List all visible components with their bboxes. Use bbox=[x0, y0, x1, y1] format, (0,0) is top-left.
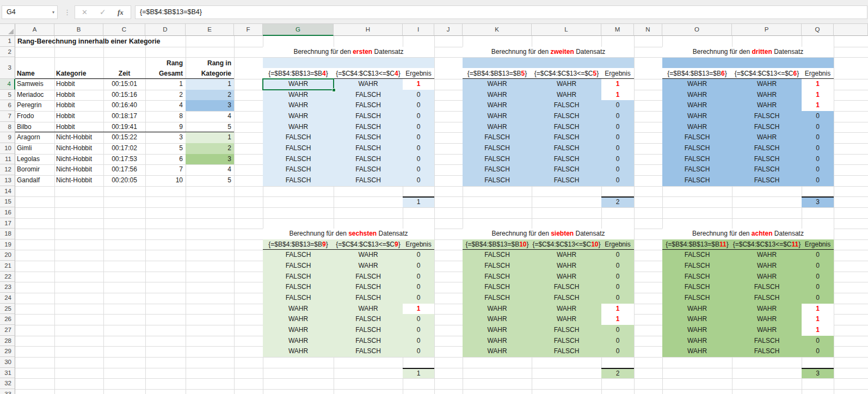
cell-I28[interactable]: 0 bbox=[403, 336, 434, 347]
row-header-14[interactable]: 14 bbox=[0, 186, 15, 197]
cell-I31[interactable]: 1 bbox=[403, 368, 434, 379]
cell-B12[interactable]: Nicht-Hobbit bbox=[54, 164, 103, 175]
row-header-9[interactable]: 9 bbox=[0, 132, 15, 143]
cell-C11[interactable]: 00:17:53 bbox=[103, 154, 145, 165]
cell-L24[interactable]: FALSCH bbox=[532, 293, 601, 304]
cell-P28[interactable]: FALSCH bbox=[732, 336, 802, 347]
cell-M27[interactable]: 0 bbox=[601, 325, 634, 336]
cell-K29[interactable]: WAHR bbox=[463, 346, 532, 357]
cell-G27[interactable]: WAHR bbox=[263, 325, 334, 336]
cell-K9[interactable]: FALSCH bbox=[463, 132, 532, 143]
cell-H29[interactable]: FALSCH bbox=[334, 346, 403, 357]
cell-K25[interactable]: WAHR bbox=[463, 304, 532, 315]
cell-I23[interactable]: 0 bbox=[403, 282, 434, 293]
cell-O29[interactable]: WAHR bbox=[662, 346, 732, 357]
cell-P6[interactable]: WAHR bbox=[732, 100, 802, 111]
cell-P19[interactable]: {=$C$4:$C$13<=$C11} bbox=[732, 239, 802, 250]
row-header-22[interactable]: 22 bbox=[0, 272, 15, 282]
cell-B10[interactable]: Nicht-Hobbit bbox=[54, 143, 103, 154]
cell-G20[interactable]: FALSCH bbox=[263, 250, 334, 261]
cell-E11[interactable]: 3 bbox=[186, 154, 234, 165]
cell-Q29[interactable]: 0 bbox=[802, 346, 834, 357]
row-header-8[interactable]: 8 bbox=[0, 122, 15, 133]
cell-P26[interactable]: WAHR bbox=[732, 314, 802, 325]
cell-K12[interactable]: FALSCH bbox=[463, 164, 532, 175]
cell-Q25[interactable]: 1 bbox=[802, 304, 834, 315]
cell-P7[interactable]: FALSCH bbox=[732, 111, 802, 122]
row-header-19[interactable]: 19 bbox=[0, 239, 15, 250]
cell-P9[interactable]: WAHR bbox=[732, 132, 802, 143]
cell-P8[interactable]: FALSCH bbox=[732, 122, 802, 133]
cell-H12[interactable]: FALSCH bbox=[334, 164, 403, 175]
cell-I27[interactable]: 0 bbox=[403, 325, 434, 336]
row-header-5[interactable]: 5 bbox=[0, 90, 15, 101]
cell-L19[interactable]: {=$C$4:$C$13<=$C10} bbox=[532, 239, 601, 250]
cell-O5[interactable]: WAHR bbox=[662, 90, 732, 101]
name-box[interactable]: G4 ▾ bbox=[2, 5, 58, 19]
cell-M21[interactable]: 0 bbox=[601, 261, 634, 272]
cell-C8[interactable]: 00:19:41 bbox=[103, 122, 145, 133]
name-box-dropdown-icon[interactable]: ▾ bbox=[52, 6, 54, 19]
cell-C9[interactable]: 00:15:22 bbox=[103, 132, 145, 143]
row-header-13[interactable]: 13 bbox=[0, 175, 15, 186]
cell-A13[interactable]: Gandalf bbox=[15, 175, 54, 186]
cell-C5[interactable]: 00:15:16 bbox=[103, 90, 145, 101]
cell-M10[interactable]: 0 bbox=[601, 143, 634, 154]
cell-L5[interactable]: WAHR bbox=[532, 90, 601, 101]
cell-K19[interactable]: {=$B$4:$B$13=$B10} bbox=[463, 239, 532, 250]
cell-D7[interactable]: 8 bbox=[145, 111, 186, 122]
cell-E12[interactable]: 4 bbox=[186, 164, 234, 175]
cell-H26[interactable]: FALSCH bbox=[334, 314, 403, 325]
cell-A8[interactable]: Bilbo bbox=[15, 122, 54, 133]
cell-K23[interactable]: FALSCH bbox=[463, 282, 532, 293]
cell-Q3[interactable]: Ergebnis bbox=[802, 68, 834, 79]
cell-I5[interactable]: 0 bbox=[403, 90, 434, 101]
cell-O26[interactable]: WAHR bbox=[662, 314, 732, 325]
enter-icon[interactable]: ✓ bbox=[100, 6, 106, 19]
cell-P29[interactable]: FALSCH bbox=[732, 346, 802, 357]
cell-H25[interactable]: WAHR bbox=[334, 304, 403, 315]
cell-Q27[interactable]: 1 bbox=[802, 325, 834, 336]
cell-I19[interactable]: Ergebnis bbox=[403, 239, 434, 250]
column-header-G[interactable]: G bbox=[263, 24, 334, 36]
cell-E8[interactable]: 5 bbox=[186, 122, 234, 133]
cell-P5[interactable]: WAHR bbox=[732, 90, 802, 101]
cell-H4[interactable]: WAHR bbox=[334, 79, 403, 90]
cell-I7[interactable]: 0 bbox=[403, 111, 434, 122]
row-header-10[interactable]: 10 bbox=[0, 143, 15, 154]
column-header-F[interactable]: F bbox=[234, 24, 263, 36]
cell-D5[interactable]: 2 bbox=[145, 90, 186, 101]
row-header-23[interactable]: 23 bbox=[0, 282, 15, 293]
cell-G12[interactable]: FALSCH bbox=[263, 164, 334, 175]
row-header-26[interactable]: 26 bbox=[0, 314, 15, 325]
cell-G11[interactable]: FALSCH bbox=[263, 154, 334, 165]
cell-M31[interactable]: 2 bbox=[601, 368, 634, 379]
cell-C12[interactable]: 00:17:56 bbox=[103, 164, 145, 175]
cell-D8[interactable]: 9 bbox=[145, 122, 186, 133]
cell-P23[interactable]: FALSCH bbox=[732, 282, 802, 293]
cell-H10[interactable]: FALSCH bbox=[334, 143, 403, 154]
row-header-20[interactable]: 20 bbox=[0, 250, 15, 261]
formula-input[interactable]: {=$B$4:$B$13=$B4} bbox=[135, 5, 867, 19]
cell-L13[interactable]: FALSCH bbox=[532, 175, 601, 186]
cell-D4[interactable]: 1 bbox=[145, 79, 186, 90]
column-header-L[interactable]: L bbox=[532, 24, 601, 36]
row-header-29[interactable]: 29 bbox=[0, 346, 15, 357]
cell-P3[interactable]: {=$C$4:$C$13<=$C6} bbox=[732, 68, 802, 79]
cell-A12[interactable]: Boromir bbox=[15, 164, 54, 175]
cell-M11[interactable]: 0 bbox=[601, 154, 634, 165]
cell-I22[interactable]: 0 bbox=[403, 272, 434, 282]
cell-L12[interactable]: FALSCH bbox=[532, 164, 601, 175]
cell-O24[interactable]: FALSCH bbox=[662, 293, 732, 304]
row-header-21[interactable]: 21 bbox=[0, 261, 15, 272]
cell-B7[interactable]: Hobbit bbox=[54, 111, 103, 122]
cell-M26[interactable]: 1 bbox=[601, 314, 634, 325]
cell-Q9[interactable]: 0 bbox=[802, 132, 834, 143]
cell-E5[interactable]: 2 bbox=[186, 90, 234, 101]
cell-I12[interactable]: 0 bbox=[403, 164, 434, 175]
cell-L23[interactable]: FALSCH bbox=[532, 282, 601, 293]
cell-Q23[interactable]: 0 bbox=[802, 282, 834, 293]
cell-B3[interactable]: Kategorie bbox=[54, 68, 103, 79]
cell-M13[interactable]: 0 bbox=[601, 175, 634, 186]
cell-H3[interactable]: {=$C$4:$C$13<=$C4} bbox=[334, 68, 403, 79]
